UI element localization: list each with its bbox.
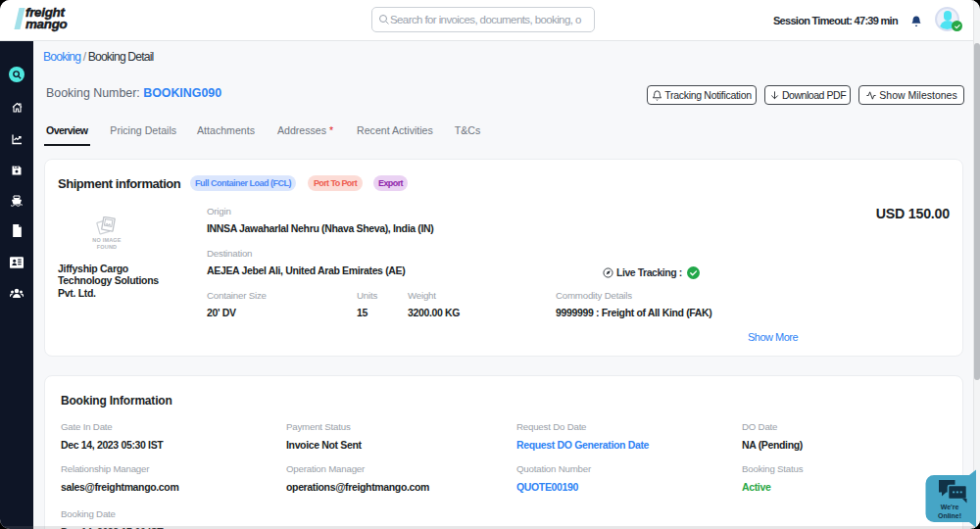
svg-text:Online!: Online!: [937, 512, 960, 519]
svg-text:We're: We're: [940, 504, 958, 510]
